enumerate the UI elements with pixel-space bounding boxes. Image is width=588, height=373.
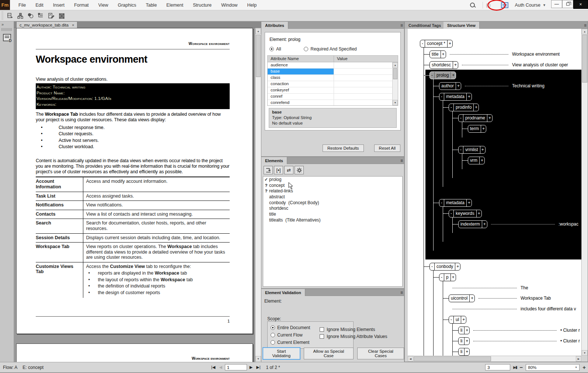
- bullet-item[interactable]: Cluster requests.: [36, 131, 230, 137]
- tree-node-li[interactable]: li+• Cluster r: [458, 326, 581, 334]
- scroll-down-icon[interactable]: ▼: [255, 356, 261, 362]
- attribute-table-scrollbar[interactable]: ▲ ▼: [392, 62, 398, 105]
- expand-attributes-icon[interactable]: +: [476, 210, 481, 217]
- tree-node-vrm[interactable]: vrm+: [468, 156, 581, 164]
- toolbar-grip[interactable]: [1, 11, 3, 20]
- zoom-in-icon[interactable]: +: [582, 364, 586, 370]
- element-item-shortdesc[interactable]: shortdesc: [263, 205, 402, 211]
- element-item-conbody[interactable]: conbody (Concept Body): [263, 200, 402, 206]
- bullet-item[interactable]: Cluster workload.: [36, 144, 230, 150]
- scroll-right-icon[interactable]: ▶: [576, 356, 581, 362]
- next-page-icon[interactable]: ▶: [248, 365, 254, 370]
- element-box[interactable]: shortdesc+: [429, 61, 458, 69]
- element-box[interactable]: term+: [468, 125, 486, 133]
- element-box[interactable]: li+: [458, 327, 470, 334]
- scroll-down-icon[interactable]: ▼: [582, 350, 588, 356]
- structure-scroll-thumb[interactable]: [582, 35, 587, 83]
- tree-text-row[interactable]: includes four different data v: [449, 305, 581, 313]
- expand-attributes-icon[interactable]: +: [450, 274, 456, 281]
- table-row[interactable]: ContactsView a list of contacts and inte…: [36, 210, 230, 219]
- table-row[interactable]: NotificationsView notifications.: [36, 201, 230, 210]
- collapse-icon[interactable]: -: [420, 40, 425, 47]
- expand-attributes-icon[interactable]: +: [464, 338, 469, 345]
- prolog-metadata-block[interactable]: Author: Technical writingProduct Name:Ve…: [36, 83, 230, 109]
- validate-document-icon[interactable]: [46, 11, 56, 21]
- expand-attributes-icon[interactable]: +: [450, 72, 456, 79]
- element-item-prolog[interactable]: ✓prolog: [263, 177, 402, 182]
- insert-element-icon[interactable]: [264, 166, 273, 174]
- table-row[interactable]: Customize Views TabAccess the Customize …: [36, 262, 230, 298]
- document-page-2[interactable]: Workspace environment: [16, 344, 253, 362]
- document-paragraph-1[interactable]: The Workspace Tab includes four differen…: [36, 112, 230, 123]
- tree-node-author[interactable]: author+Technical writing: [439, 82, 581, 90]
- tree-node-title[interactable]: title+Workspace environment: [429, 50, 581, 58]
- expand-attributes-icon[interactable]: +: [481, 125, 486, 132]
- element-item-title[interactable]: title: [263, 211, 402, 217]
- expand-attributes-icon[interactable]: +: [466, 93, 472, 100]
- table-row[interactable]: SearchSearch for documentation, cluster …: [36, 219, 230, 233]
- new-xml-document-icon[interactable]: [5, 11, 15, 21]
- close-button[interactable]: ×: [573, 0, 588, 9]
- tree-node-keywords[interactable]: -keywords+: [449, 209, 581, 217]
- tab-attributes[interactable]: Attributes: [261, 22, 288, 29]
- previous-page-icon[interactable]: ◀: [218, 365, 223, 370]
- first-page-icon[interactable]: |◀: [210, 365, 216, 370]
- element-box[interactable]: -metadata+: [439, 93, 472, 101]
- collapse-icon[interactable]: -: [439, 274, 444, 281]
- collapse-icon[interactable]: -: [430, 263, 435, 270]
- element-box[interactable]: indexterm+: [458, 220, 487, 228]
- attribute-row-class[interactable]: class: [268, 75, 398, 81]
- tree-text-row[interactable]: The: [449, 284, 581, 292]
- panel-menu-icon[interactable]: ≡: [400, 23, 403, 28]
- element-item-concept[interactable]: ?concept: [263, 182, 402, 188]
- tree-node-concept[interactable]: -concept *+: [420, 39, 581, 48]
- element-box[interactable]: li+: [458, 348, 470, 356]
- panel-menu-icon[interactable]: ≡: [400, 290, 403, 295]
- document-vertical-scrollbar[interactable]: ▲ ▼: [255, 28, 261, 362]
- document-tab[interactable]: c_mv_workspace_tab.dita ×: [16, 21, 77, 28]
- dita-panel-icon[interactable]: [3, 34, 11, 41]
- radio-required-and-specified[interactable]: Required And Specified: [304, 46, 356, 52]
- document-bullet-list[interactable]: Cluster response time.Cluster requests.A…: [36, 125, 230, 150]
- structure-tree-area[interactable]: -concept *+title+Workspace environmentsh…: [408, 29, 581, 356]
- attribute-row-conkeyref[interactable]: conkeyref: [268, 87, 398, 94]
- menu-insert[interactable]: Insert: [48, 0, 69, 10]
- element-item-titlealts[interactable]: titlealts (Title Alternatives): [263, 217, 402, 223]
- document-page-1[interactable]: Workspace environment Workspace environm…: [16, 28, 253, 334]
- document-table[interactable]: Account InformationAccess and modify acc…: [36, 177, 230, 298]
- graphics-icon[interactable]: [26, 11, 35, 21]
- tree-node-prolog[interactable]: -prolog+: [429, 71, 581, 79]
- tree-node-ul[interactable]: -ul+: [449, 316, 581, 324]
- structure-horizontal-scrollbar[interactable]: ◀ ▶: [408, 356, 581, 362]
- tree-node-li[interactable]: li+• Cluster r: [458, 337, 581, 345]
- tree-node-indexterm[interactable]: indexterm+:workspac: [458, 220, 581, 228]
- element-box[interactable]: uicontrol+: [449, 294, 475, 302]
- collapse-icon[interactable]: -: [439, 199, 444, 206]
- menu-file[interactable]: File: [14, 0, 31, 10]
- collapse-icon[interactable]: -: [430, 72, 435, 79]
- panel-menu-icon[interactable]: ≡: [400, 158, 403, 163]
- document-canvas[interactable]: Workspace environment Workspace environm…: [14, 28, 255, 362]
- document-tab-close-icon[interactable]: ×: [72, 23, 74, 27]
- tree-node-conbody[interactable]: -conbody+: [429, 262, 581, 271]
- expand-attributes-icon[interactable]: +: [464, 327, 469, 334]
- expand-attributes-icon[interactable]: +: [480, 146, 485, 153]
- tab-elements[interactable]: Elements: [261, 157, 287, 164]
- checkbox-ignore-missing-elements[interactable]: Ignore Missing Elements: [320, 326, 387, 333]
- menu-table[interactable]: Table: [141, 0, 161, 10]
- element-box[interactable]: -prodinfo+: [449, 104, 479, 111]
- col-value[interactable]: Value: [334, 56, 351, 62]
- tree-node-metadata[interactable]: -metadata+: [439, 93, 581, 101]
- restore-defaults-button[interactable]: Restore Defaults: [323, 144, 364, 152]
- expand-attributes-icon[interactable]: +: [479, 157, 484, 164]
- scroll-up-icon[interactable]: ▲: [582, 29, 588, 34]
- attribute-row-conrefend[interactable]: conrefend: [268, 100, 398, 106]
- element-box[interactable]: li+: [458, 337, 470, 345]
- expand-attributes-icon[interactable]: +: [464, 348, 469, 355]
- element-box[interactable]: -metadata+: [439, 199, 472, 207]
- collapse-icon[interactable]: -: [449, 210, 454, 217]
- expand-attributes-icon[interactable]: +: [482, 221, 487, 228]
- menu-help[interactable]: Help: [242, 0, 261, 10]
- expand-attributes-icon[interactable]: +: [455, 263, 460, 270]
- table-row[interactable]: Account InformationAccess and modify acc…: [36, 177, 230, 192]
